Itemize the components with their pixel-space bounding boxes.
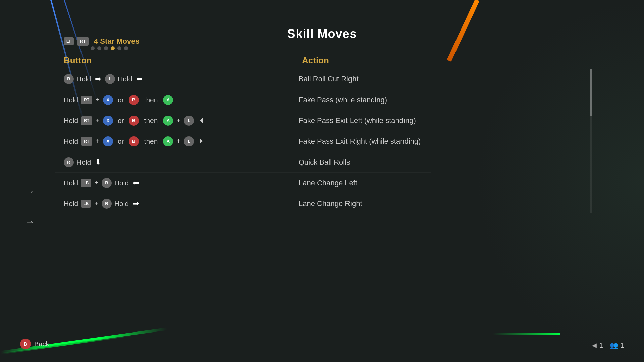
button-col-7: Hold LB + R Hold ➡	[64, 199, 299, 209]
then-text-4: then	[144, 137, 158, 145]
dot-1[interactable]	[91, 46, 95, 50]
plus-4a: +	[96, 137, 100, 145]
action-col-1: Ball Roll Cut Right	[299, 75, 423, 83]
action-text-3: Fake Pass Exit Left (while standing)	[299, 116, 416, 125]
b-badge-2: B	[129, 95, 139, 105]
hold-text-1b: Hold	[118, 75, 132, 83]
button-col-6: Hold LB + R Hold ⬅	[64, 178, 299, 188]
action-text-6: Lane Change Left	[299, 179, 357, 187]
hold-text-7b: Hold	[114, 200, 129, 208]
row-arrows: → →	[25, 104, 35, 227]
button-col-1: R Hold ➡ L Hold ⬅	[64, 74, 299, 84]
page-nav: ◀ 1	[592, 342, 603, 349]
move-row-1: R Hold ➡ L Hold ⬅ Ball Roll Cut Right	[55, 69, 431, 89]
move-row-7: Hold LB + R Hold ➡ Lane Change Right	[55, 193, 431, 213]
b-icon: B	[20, 339, 31, 349]
move-row-2: Hold RT + X or B then A Fake Pass (while…	[55, 89, 431, 110]
lb-badge-7: LB	[81, 200, 91, 208]
arrow-row4: →	[25, 217, 35, 227]
arrow-down-5: ⬇	[95, 158, 101, 167]
arrow-row3: →	[25, 187, 35, 196]
a-badge-4: A	[163, 136, 173, 146]
scrollbar-track	[590, 69, 592, 213]
hold-text-1: Hold	[76, 75, 91, 83]
button-column-header: Button	[64, 55, 92, 66]
r-badge-7: R	[102, 199, 112, 209]
move-row-5: R Hold ⬇ Quick Ball Rolls	[55, 152, 431, 173]
page-title: Skill Moves	[287, 27, 357, 41]
nav-left-icon[interactable]: ◀	[592, 342, 597, 349]
x-badge-3: X	[103, 116, 113, 126]
action-col-2: Fake Pass (while standing)	[299, 96, 423, 104]
l-badge-4: L	[184, 136, 194, 146]
action-col-5: Quick Ball Rolls	[299, 158, 423, 167]
page-number: 1	[599, 342, 603, 349]
plus-7: +	[94, 200, 98, 207]
star-dots	[91, 46, 128, 50]
action-text-7: Lane Change Right	[299, 199, 362, 208]
back-button[interactable]: B Back	[20, 339, 49, 349]
rt-badge-2: RT	[81, 96, 92, 104]
move-row-3: Hold RT + X or B then A + L 🞀 Fake Pass …	[55, 110, 431, 131]
page-info: ◀ 1 👥 1	[592, 341, 624, 349]
dot-5[interactable]	[117, 46, 121, 50]
star-moves-label: 4 Star Moves	[94, 37, 140, 46]
player-count: 1	[620, 342, 624, 349]
action-text-5: Quick Ball Rolls	[299, 158, 350, 166]
or-text-3: or	[118, 117, 124, 125]
move-row-6: Hold LB + R Hold ⬅ Lane Change Left	[55, 173, 431, 193]
or-text-4: or	[118, 137, 124, 145]
l-button-1: L	[105, 74, 115, 84]
a-badge-2: A	[163, 95, 173, 105]
or-text-2: or	[118, 96, 124, 104]
button-col-4: Hold RT + X or B then A + L 🞂	[64, 136, 299, 146]
hold-text-5: Hold	[76, 158, 91, 166]
rt-badge-4: RT	[81, 137, 92, 146]
then-text-3: then	[144, 117, 158, 125]
action-text-1: Ball Roll Cut Right	[299, 75, 359, 83]
hold-text-4: Hold	[64, 137, 78, 145]
dot-4[interactable]	[111, 46, 115, 50]
hold-text-2: Hold	[64, 96, 78, 104]
player-count-area: 👥 1	[610, 341, 624, 349]
r-button-1: R	[64, 74, 74, 84]
dot-2[interactable]	[97, 46, 101, 50]
action-col-7: Lane Change Right	[299, 199, 423, 208]
dir-left-3: 🞀	[198, 116, 205, 125]
lt-badge[interactable]: LT	[64, 37, 74, 45]
b-badge-4: B	[129, 136, 139, 146]
action-col-4: Fake Pass Exit Right (while standing)	[299, 137, 423, 146]
plus-4b: +	[176, 137, 180, 145]
dot-3[interactable]	[104, 46, 108, 50]
plus-2a: +	[96, 96, 100, 104]
b-badge-3: B	[129, 116, 139, 126]
arrow-right-7: ➡	[133, 199, 139, 208]
scrollbar-thumb[interactable]	[590, 69, 592, 116]
plus-3b: +	[176, 117, 180, 124]
button-col-5: R Hold ⬇	[64, 157, 299, 167]
action-text-2: Fake Pass (while standing)	[299, 96, 387, 104]
action-col-6: Lane Change Left	[299, 179, 423, 187]
arrow-left-6: ⬅	[133, 179, 139, 187]
hold-text-6b: Hold	[114, 179, 129, 187]
action-text-4: Fake Pass Exit Right (while standing)	[299, 137, 421, 145]
x-badge-4: X	[103, 136, 113, 146]
r-button-5: R	[64, 157, 74, 167]
dot-6[interactable]	[124, 46, 128, 50]
dir-right-4: 🞂	[198, 137, 205, 146]
arrow-left-1: ⬅	[136, 75, 142, 83]
arrow-right-1: ➡	[95, 75, 101, 83]
rt-badge-3: RT	[81, 116, 92, 125]
r-badge-6: R	[102, 178, 112, 188]
plus-6: +	[94, 179, 98, 187]
moves-list: R Hold ➡ L Hold ⬅ Ball Roll Cut Right Ho…	[55, 69, 431, 213]
rt-badge[interactable]: RT	[77, 37, 89, 46]
x-badge-2: X	[103, 95, 113, 105]
hold-text-3: Hold	[64, 117, 78, 125]
button-col-3: Hold RT + X or B then A + L 🞀	[64, 116, 299, 126]
lb-badge-6: LB	[81, 179, 91, 187]
back-label: Back	[34, 340, 49, 348]
hold-text-7: Hold	[64, 200, 78, 208]
tabs-area: LT RT 4 Star Moves	[64, 37, 140, 46]
then-text-2: then	[144, 96, 158, 104]
